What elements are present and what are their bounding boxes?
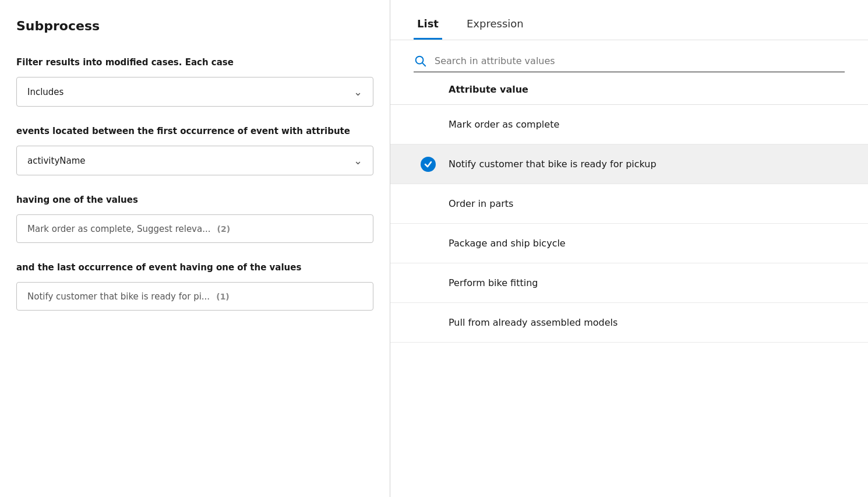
item-label: Mark order as complete (449, 119, 559, 130)
tab-list[interactable]: List (414, 12, 442, 40)
left-panel: Subprocess Filter results into modified … (0, 0, 390, 497)
attribute-dropdown-value: activityName (27, 156, 86, 166)
last-occurrence-label: and the last occurrence of event having … (16, 262, 373, 274)
attribute-value-list: Mark order as complete Notify customer t… (390, 105, 868, 497)
item-label: Order in parts (449, 198, 513, 209)
includes-dropdown-value: Includes (27, 87, 63, 97)
list-item[interactable]: Order in parts (390, 184, 868, 224)
svg-line-1 (422, 63, 425, 66)
search-row (390, 40, 868, 72)
attribute-value-header: Attribute value (390, 72, 868, 105)
panel-title: Subprocess (16, 19, 373, 33)
item-label: Package and ship bicycle (449, 238, 566, 249)
includes-dropdown[interactable]: Includes ⌄ (16, 77, 373, 107)
events-label: events located between the first occurre… (16, 125, 373, 138)
values-multiselect[interactable]: Mark order as complete, Suggest releva..… (16, 214, 373, 243)
right-panel: List Expression Attribute value Mark ord… (390, 0, 868, 497)
list-item[interactable]: Perform bike fitting (390, 263, 868, 303)
search-underline (414, 54, 845, 72)
chevron-down-icon: ⌄ (354, 86, 362, 98)
filter-label: Filter results into modified cases. Each… (16, 57, 373, 69)
item-label: Perform bike fitting (449, 277, 538, 288)
values-display-text: Mark order as complete, Suggest releva..… (27, 224, 211, 234)
search-input[interactable] (435, 55, 845, 66)
last-occurrence-multiselect[interactable]: Notify customer that bike is ready for p… (16, 282, 373, 311)
attribute-dropdown[interactable]: activityName ⌄ (16, 146, 373, 175)
chevron-down-icon: ⌄ (354, 154, 362, 167)
values-label: having one of the values (16, 194, 373, 206)
item-label: Pull from already assembled models (449, 317, 618, 328)
list-item[interactable]: Notify customer that bike is ready for p… (390, 144, 868, 184)
list-item[interactable]: Mark order as complete (390, 105, 868, 144)
list-item[interactable]: Package and ship bicycle (390, 224, 868, 263)
tabs-row: List Expression (390, 0, 868, 40)
last-occurrence-display-text: Notify customer that bike is ready for p… (27, 291, 210, 302)
item-label: Notify customer that bike is ready for p… (449, 158, 657, 170)
last-occurrence-count-badge: (1) (216, 292, 230, 301)
list-item[interactable]: Pull from already assembled models (390, 303, 868, 343)
selected-check-icon (421, 157, 436, 172)
values-count-badge: (2) (217, 224, 231, 234)
tab-expression[interactable]: Expression (463, 12, 527, 40)
search-icon (414, 54, 426, 67)
